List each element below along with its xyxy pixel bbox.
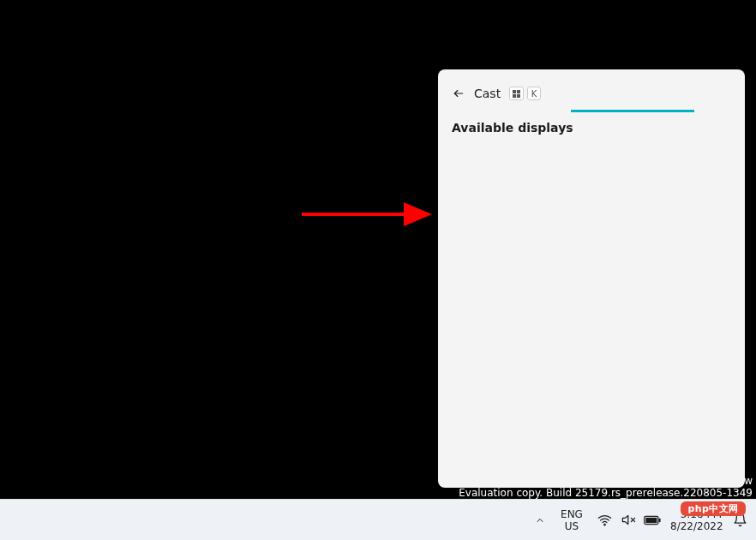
eval-line-2: Evaluation copy. Build 25179.rs_prerelea…	[459, 487, 753, 499]
tray-overflow-chevron-icon[interactable]	[528, 508, 552, 532]
svg-rect-3	[513, 93, 516, 97]
cast-flyout: Cast K Available displays	[438, 69, 745, 488]
svg-marker-8	[622, 516, 627, 525]
scan-progress-bar	[571, 110, 694, 112]
watermark-badge: php中文网	[681, 501, 746, 516]
desktop: w Evaluation copy. Build 25179.rs_prerel…	[0, 0, 756, 499]
annotation-arrow	[299, 197, 432, 231]
back-arrow-icon[interactable]	[452, 87, 465, 100]
windows-key-icon	[509, 87, 524, 100]
battery-icon[interactable]	[643, 511, 662, 530]
lang-secondary: US	[557, 520, 586, 532]
keyboard-shortcut: K	[509, 87, 541, 100]
lang-primary: ENG	[557, 508, 586, 520]
date: 8/22/2022	[670, 520, 722, 532]
svg-marker-6	[404, 202, 432, 226]
flyout-header: Cast K	[438, 83, 745, 100]
taskbar: php中文网 ENG US	[0, 499, 756, 540]
language-indicator[interactable]: ENG US	[557, 508, 586, 532]
eval-line-1: w	[744, 475, 753, 487]
volume-muted-icon[interactable]	[619, 511, 638, 530]
svg-rect-2	[517, 90, 520, 93]
svg-rect-12	[645, 517, 657, 522]
shortcut-key-k: K	[527, 87, 541, 100]
svg-rect-13	[659, 518, 661, 522]
available-displays-header: Available displays	[438, 100, 745, 135]
svg-rect-1	[513, 90, 516, 93]
wifi-icon[interactable]	[595, 511, 614, 530]
svg-point-7	[603, 524, 604, 525]
flyout-title: Cast	[474, 87, 501, 100]
system-tray[interactable]	[591, 511, 665, 530]
svg-rect-4	[517, 93, 520, 97]
